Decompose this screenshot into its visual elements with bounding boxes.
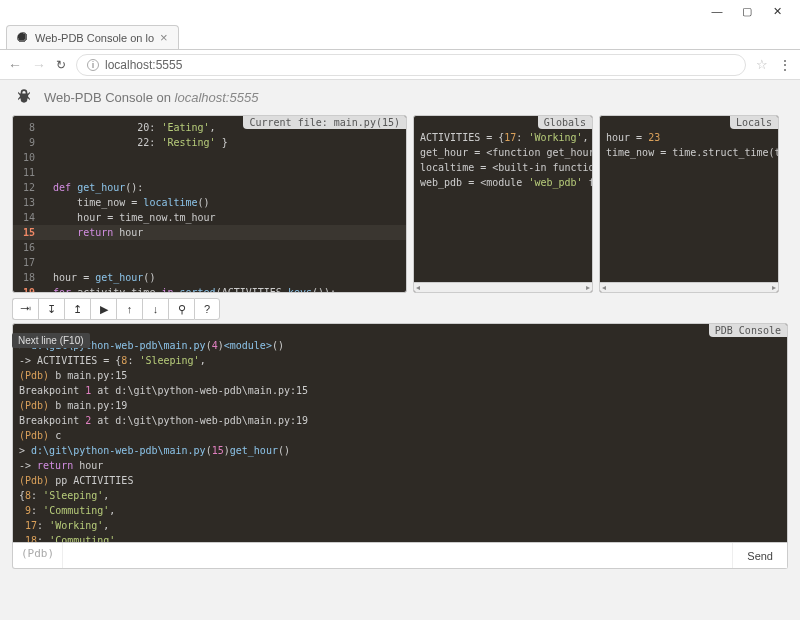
send-button[interactable]: Send <box>732 543 787 568</box>
close-button[interactable]: ✕ <box>762 5 792 18</box>
url-text: localhost:5555 <box>105 58 182 72</box>
where-button[interactable]: ⚲ <box>168 298 194 320</box>
back-button[interactable]: ← <box>8 57 22 73</box>
continue-button[interactable]: ▶ <box>90 298 116 320</box>
globals-panel: Globals ACTIVITIES = {17: 'Working', 18:… <box>413 115 593 293</box>
url-input[interactable]: i localhost:5555 <box>76 54 746 76</box>
down-frame-button[interactable]: ↓ <box>142 298 168 320</box>
help-button[interactable]: ? <box>194 298 220 320</box>
page-title: Web-PDB Console on localhost:5555 <box>44 90 258 105</box>
forward-button[interactable]: → <box>32 57 46 73</box>
debug-toolbar: ⭲↧↥▶↑↓⚲? <box>0 293 800 323</box>
console-tag: PDB Console <box>709 324 787 337</box>
next-line-button[interactable]: ⭲ <box>12 298 38 320</box>
console-input[interactable] <box>63 543 732 568</box>
maximize-button[interactable]: ▢ <box>732 5 762 18</box>
bug-icon <box>14 86 34 109</box>
window-controls: — ▢ ✕ <box>0 0 800 22</box>
tab-close-icon[interactable]: × <box>160 30 168 45</box>
locals-scroll[interactable]: ◂▸ <box>600 282 778 292</box>
globals-scroll[interactable]: ◂▸ <box>414 282 592 292</box>
page-body: Web-PDB Console on localhost:5555 Curren… <box>0 80 800 620</box>
address-bar: ← → ↻ i localhost:5555 ☆ ⋮ <box>0 50 800 80</box>
source-code[interactable]: 8 20: 'Eating', 9 22: 'Resting' } 10 11 … <box>13 116 406 293</box>
globals-tag: Globals <box>538 116 592 129</box>
step-into-button[interactable]: ↧ <box>38 298 64 320</box>
code-panel-tag: Current file: main.py(15) <box>243 116 406 129</box>
favicon-icon <box>17 32 29 44</box>
console-panel: PDB Console > d:\git\python-web-pdb\main… <box>12 323 788 543</box>
browser-tab-bar: Web-PDB Console on lo × <box>0 22 800 50</box>
locals-tag: Locals <box>730 116 778 129</box>
locals-panel: Locals hour = 23 time_now = time.struct_… <box>599 115 779 293</box>
page-header: Web-PDB Console on localhost:5555 <box>0 80 800 115</box>
browser-tab[interactable]: Web-PDB Console on lo × <box>6 25 179 49</box>
minimize-button[interactable]: — <box>702 5 732 17</box>
next-tooltip: Next line (F10) <box>12 333 90 348</box>
console-input-row: (Pdb) Send <box>12 543 788 569</box>
tab-title: Web-PDB Console on lo <box>35 32 154 44</box>
up-frame-button[interactable]: ↑ <box>116 298 142 320</box>
input-prompt: (Pdb) <box>13 543 63 568</box>
console-output[interactable]: > d:\git\python-web-pdb\main.py(4)<modul… <box>13 324 787 543</box>
step-out-button[interactable]: ↥ <box>64 298 90 320</box>
site-info-icon[interactable]: i <box>87 59 99 71</box>
menu-icon[interactable]: ⋮ <box>778 57 792 73</box>
bookmark-icon[interactable]: ☆ <box>756 57 768 72</box>
code-panel: Current file: main.py(15) 8 20: 'Eating'… <box>12 115 407 293</box>
reload-button[interactable]: ↻ <box>56 58 66 72</box>
